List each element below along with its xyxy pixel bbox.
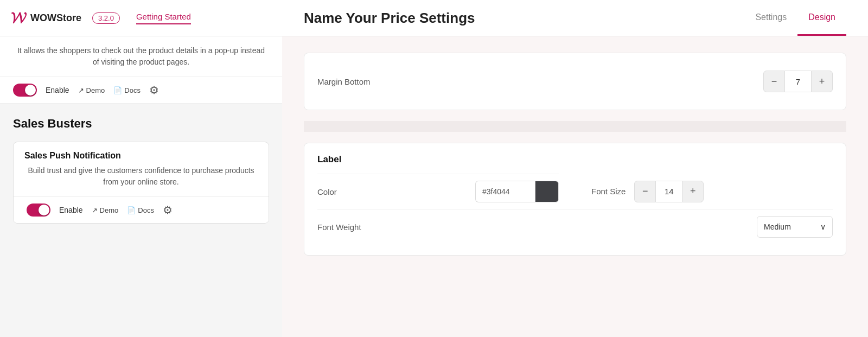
sales-push-toggle[interactable]: [27, 204, 50, 217]
font-size-group: Font Size − 14 +: [591, 181, 833, 202]
popup-enable-toggle[interactable]: [13, 84, 37, 97]
nav-getting-started[interactable]: Getting Started: [136, 12, 191, 24]
popup-enable-label: Enable: [46, 86, 69, 94]
popup-demo-link[interactable]: ↗ Demo: [78, 86, 105, 94]
color-row: Color #3f4044: [317, 174, 559, 209]
sales-push-enable-row: Enable ↗ Demo 📄 Docs ⚙: [14, 196, 269, 223]
logo-icon: 𝓦: [11, 10, 26, 26]
font-size-increment[interactable]: +: [682, 181, 704, 202]
version-badge: 3.2.0: [92, 12, 120, 24]
font-size-decrement[interactable]: −: [634, 181, 656, 202]
color-label: Color: [317, 187, 337, 196]
popup-description: It allows the shoppers to check out the …: [0, 36, 282, 77]
font-size-value: 14: [656, 181, 682, 202]
font-size-plus-icon: +: [690, 186, 696, 197]
sales-push-description: Build trust and give the customers confi…: [14, 165, 269, 196]
sales-push-enable-label: Enable: [59, 206, 83, 214]
tab-design[interactable]: Design: [797, 0, 846, 36]
color-swatch[interactable]: [535, 181, 559, 202]
right-panel: Name Your Price Settings Settings Design…: [282, 0, 868, 337]
color-hex-value[interactable]: #3f4044: [475, 181, 535, 202]
popup-enable-row: Enable ↗ Demo 📄 Docs ⚙: [0, 77, 282, 103]
sales-docs-icon: 📄: [127, 206, 136, 214]
font-weight-selected-value: Medium: [764, 222, 791, 231]
plus-icon: +: [819, 76, 825, 87]
font-size-label: Font Size: [591, 187, 626, 196]
font-weight-label: Font Weight: [317, 222, 361, 232]
margin-bottom-stepper: − 7 +: [763, 71, 833, 92]
tab-settings[interactable]: Settings: [744, 0, 797, 36]
label-card-title: Label: [317, 154, 833, 165]
external-link-icon: ↗: [78, 86, 84, 94]
sales-push-card: Sales Push Notification Build trust and …: [13, 142, 269, 224]
margin-bottom-row: Margin Bottom − 7 +: [317, 64, 833, 99]
chevron-down-icon: ∨: [820, 222, 826, 231]
right-body: Margin Bottom − 7 + Label: [282, 36, 868, 337]
sales-push-gear-icon[interactable]: ⚙: [163, 204, 173, 217]
sales-external-link-icon: ↗: [92, 206, 98, 214]
font-weight-select[interactable]: Medium ∨: [757, 216, 833, 238]
color-picker-group: #3f4044: [475, 181, 559, 202]
label-card: Label Color #3f4044 Font Size −: [304, 143, 846, 256]
font-size-stepper: − 14 +: [634, 181, 704, 202]
sales-push-demo-link[interactable]: ↗ Demo: [92, 206, 119, 214]
popup-gear-icon[interactable]: ⚙: [149, 84, 159, 97]
left-panel: 𝓦 WOWStore 3.2.0 Getting Started It allo…: [0, 0, 282, 337]
color-fontsize-row: Color #3f4044 Font Size − 14: [317, 174, 833, 209]
font-size-minus-icon: −: [642, 186, 648, 197]
logo-text: WOWStore: [30, 12, 81, 24]
right-header: Name Your Price Settings Settings Design: [282, 0, 868, 36]
popup-docs-link[interactable]: 📄 Docs: [113, 86, 141, 94]
margin-bottom-decrement[interactable]: −: [763, 71, 785, 92]
tabs: Settings Design: [744, 0, 846, 36]
minus-icon: −: [771, 76, 777, 87]
top-bar: 𝓦 WOWStore 3.2.0 Getting Started: [0, 0, 282, 36]
divider-1: [304, 121, 846, 132]
margin-bottom-label: Margin Bottom: [317, 77, 371, 86]
sales-push-title: Sales Push Notification: [14, 142, 269, 165]
logo: 𝓦 WOWStore: [11, 10, 81, 26]
docs-icon: 📄: [113, 86, 122, 94]
margin-bottom-increment[interactable]: +: [811, 71, 833, 92]
page-title: Name Your Price Settings: [304, 10, 475, 27]
margin-card: Margin Bottom − 7 +: [304, 53, 846, 110]
margin-bottom-value: 7: [785, 71, 811, 92]
font-weight-row: Font Weight Medium ∨: [317, 209, 833, 244]
sales-busters-title: Sales Busters: [0, 104, 282, 135]
sales-push-docs-link[interactable]: 📄 Docs: [127, 206, 154, 214]
